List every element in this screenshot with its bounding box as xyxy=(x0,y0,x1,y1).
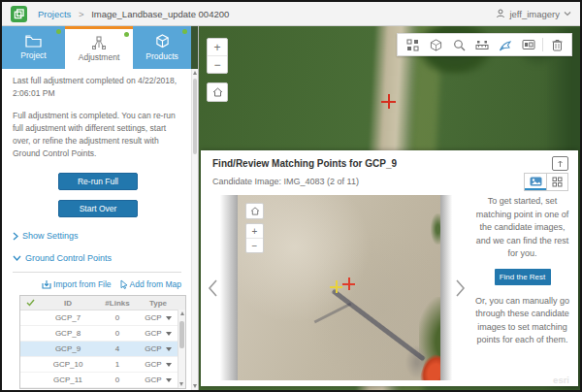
pole-shadow-branch xyxy=(314,303,352,324)
measure-icon[interactable] xyxy=(470,34,494,55)
status-green-dot xyxy=(182,29,187,34)
single-image-view-toggle[interactable] xyxy=(525,174,546,190)
map-zoom-control: + − xyxy=(207,38,228,74)
dialog-body: + − To get started, set matching point i… xyxy=(205,195,574,380)
find-the-rest-button[interactable]: Find the Rest xyxy=(495,269,551,285)
start-over-button[interactable]: Start Over xyxy=(58,200,138,217)
gcp-section-header[interactable]: Ground Control Points xyxy=(13,253,183,263)
table-row-selected[interactable]: GCP_9 4 GCP xyxy=(20,342,185,357)
zoom-out-button[interactable]: − xyxy=(208,56,227,73)
instruction-primary: To get started, set matching point in on… xyxy=(472,195,572,261)
type-dropdown-arrow-icon[interactable] xyxy=(166,363,172,367)
photo-home-button[interactable] xyxy=(245,203,264,219)
table-row[interactable]: GCP_7 0 GCP xyxy=(20,310,185,326)
instruction-secondary: Or, you can manually go through these ca… xyxy=(472,295,572,347)
breadcrumb: Projects > Image_Landbase_update 004200 xyxy=(38,9,229,19)
toolbar-divider xyxy=(542,38,543,51)
viewer-letterbox-right xyxy=(440,195,452,380)
map-view[interactable]: + − xyxy=(199,26,580,390)
gcp-links-tool-icon[interactable] xyxy=(494,34,517,55)
column-links: #Links xyxy=(96,299,139,308)
basemap-icon[interactable] xyxy=(424,34,447,55)
grid-view-toggle[interactable] xyxy=(546,174,567,190)
folder-icon xyxy=(25,35,42,48)
tab-label: Products xyxy=(146,51,178,61)
gcp-actions-row: Import from File Add from Map xyxy=(13,279,183,289)
zoom-out-button[interactable]: − xyxy=(246,239,263,252)
candidate-image-label: Candidate Image: IMG_4083 (2 of 11) xyxy=(212,177,359,186)
viewer-letterbox-left xyxy=(220,195,238,380)
home-extent-button[interactable] xyxy=(207,82,228,102)
tab-label: Project xyxy=(20,50,46,60)
tab-project[interactable]: Project xyxy=(2,26,65,69)
chevron-down-icon xyxy=(13,255,21,261)
show-settings-link[interactable]: Show Settings xyxy=(13,231,183,241)
type-dropdown-arrow-icon[interactable] xyxy=(166,316,172,320)
app-logo-icon xyxy=(11,6,27,22)
app-window: Projects > Image_Landbase_update 004200 … xyxy=(0,0,582,392)
adjustment-status-text: Last full adjustment completed on 4/22/2… xyxy=(13,75,179,100)
adjustment-description-text: Full adjustment is completed. You can re… xyxy=(13,110,183,161)
matching-point-crosshair-red[interactable] xyxy=(342,278,355,290)
dialog-title: Find/Review Matching Points for GCP_9 xyxy=(212,158,397,169)
matching-point-crosshair-yellow[interactable] xyxy=(330,280,342,293)
import-from-file-link[interactable]: Import from File xyxy=(42,279,112,289)
pole-shadow xyxy=(332,288,426,361)
scroll-down-icon[interactable] xyxy=(193,384,197,388)
type-dropdown-arrow-icon[interactable] xyxy=(166,378,172,382)
zoom-in-button[interactable]: + xyxy=(208,39,227,56)
delete-icon[interactable] xyxy=(545,34,568,55)
user-menu[interactable]: jeff_imagery xyxy=(496,9,571,19)
scrollbar-thumb[interactable] xyxy=(193,79,197,154)
table-row[interactable]: GCP_10 1 GCP xyxy=(20,357,185,373)
search-icon[interactable] xyxy=(447,34,470,55)
column-id: ID xyxy=(40,299,96,308)
esri-watermark: esri xyxy=(553,375,569,385)
grid-view-icon xyxy=(552,177,563,187)
table-scrollbar[interactable] xyxy=(178,310,185,388)
left-panel: Project Adjustment Products Last full ad… xyxy=(2,26,199,390)
export-window-icon[interactable] xyxy=(552,156,568,171)
divider xyxy=(13,272,181,273)
column-type: Type xyxy=(139,299,178,308)
candidate-image[interactable]: + − xyxy=(238,195,440,380)
home-icon xyxy=(250,207,260,215)
gcp-table-header: ID #Links Type xyxy=(20,296,185,310)
status-green-dot xyxy=(124,32,129,37)
chevron-left-icon xyxy=(208,278,218,298)
photo-zoom-control: + − xyxy=(245,223,264,253)
add-from-map-link[interactable]: Add from Map xyxy=(120,279,181,289)
rerun-full-button[interactable]: Re-run Full xyxy=(58,173,138,190)
panel-scrollbar[interactable] xyxy=(191,69,198,390)
type-dropdown-arrow-icon[interactable] xyxy=(166,332,172,336)
next-image-button[interactable] xyxy=(452,195,468,380)
breadcrumb-separator: > xyxy=(79,9,84,19)
gcp-marker-crosshair[interactable] xyxy=(381,94,396,109)
scroll-up-icon[interactable] xyxy=(180,311,184,315)
table-row[interactable]: GCP_8 0 GCP xyxy=(20,326,185,342)
scroll-down-icon[interactable] xyxy=(179,382,183,386)
type-dropdown-arrow-icon[interactable] xyxy=(166,347,172,351)
tab-strip-filler xyxy=(191,26,198,69)
apps-grid-icon[interactable] xyxy=(401,34,424,55)
scrollbar-thumb[interactable] xyxy=(179,321,184,348)
check-column-icon xyxy=(20,299,40,307)
image-collection-icon[interactable] xyxy=(517,34,540,55)
chevron-right-icon xyxy=(455,278,466,298)
vegetation-patch xyxy=(431,213,440,245)
map-toolbar xyxy=(397,33,572,56)
pointer-icon xyxy=(120,279,128,289)
dialog-instructions-panel: To get started, set matching point in on… xyxy=(468,195,574,380)
scroll-up-icon[interactable] xyxy=(193,71,197,75)
zoom-in-button[interactable]: + xyxy=(246,224,263,239)
previous-image-button[interactable] xyxy=(205,195,220,380)
tab-adjustment[interactable]: Adjustment xyxy=(65,26,133,69)
image-view-icon xyxy=(530,177,542,186)
top-bar: Projects > Image_Landbase_update 004200 … xyxy=(2,2,580,26)
find-review-dialog: Find/Review Matching Points for GCP_9 Ca… xyxy=(201,150,578,386)
breadcrumb-projects-link[interactable]: Projects xyxy=(38,9,71,19)
user-name: jeff_imagery xyxy=(509,9,560,19)
table-row[interactable]: GCP_11 0 GCP xyxy=(20,373,185,388)
tab-label: Adjustment xyxy=(79,52,120,62)
tab-products[interactable]: Products xyxy=(133,26,191,69)
